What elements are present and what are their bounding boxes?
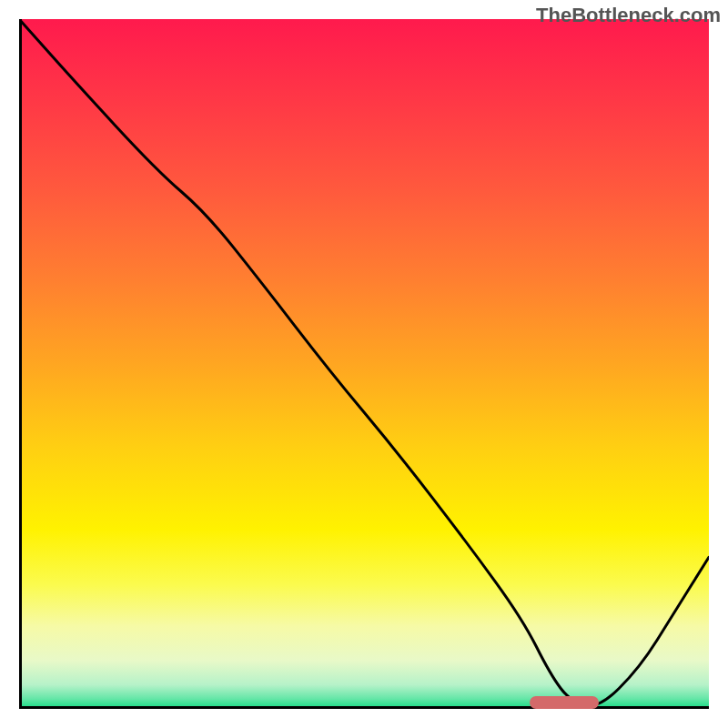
highlight-marker — [530, 696, 599, 709]
plot-area — [19, 19, 709, 709]
watermark-text: TheBottleneck.com — [536, 4, 721, 27]
axis-frame — [19, 19, 709, 709]
